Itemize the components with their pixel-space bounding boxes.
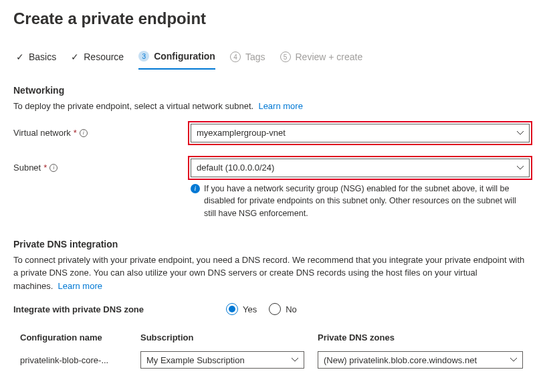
chevron-down-icon [292, 358, 298, 362]
dns-zone-select[interactable]: (New) privatelink.blob.core.windows.net [318, 351, 523, 369]
radio-unselected-icon [269, 303, 281, 315]
tab-configuration[interactable]: 3 Configuration [138, 47, 215, 70]
tab-label: Tags [245, 52, 265, 62]
tab-label: Review + create [296, 52, 363, 62]
vnet-label: Virtual network * i [13, 128, 191, 138]
col-dns-zones: Private DNS zones [311, 327, 530, 349]
check-icon: ✓ [71, 52, 79, 62]
chevron-down-icon [517, 131, 524, 135]
tab-label: Configuration [154, 51, 215, 62]
step-number: 5 [280, 52, 291, 62]
vnet-value: myexamplergroup-vnet [197, 128, 286, 138]
col-config-name: Configuration name [13, 327, 134, 349]
wizard-tabs: ✓ Basics ✓ Resource 3 Configuration 4 Ta… [13, 47, 530, 70]
nsg-note: i If you have a network security group (… [191, 183, 530, 220]
col-subscription: Subscription [134, 327, 311, 349]
subscription-select[interactable]: My Example Subscription [140, 351, 304, 369]
svg-text:i: i [195, 185, 197, 192]
info-filled-icon: i [191, 184, 200, 193]
learn-more-link[interactable]: Learn more [258, 101, 302, 111]
radio-no[interactable]: No [269, 303, 297, 315]
check-icon: ✓ [16, 52, 24, 62]
table-row: privatelink-blob-core-... My Example Sub… [13, 349, 530, 372]
radio-selected-icon [226, 303, 238, 315]
dns-desc: To connect privately with your private e… [13, 254, 530, 293]
chevron-down-icon [510, 358, 517, 362]
networking-heading: Networking [13, 85, 530, 96]
step-number: 4 [230, 52, 241, 62]
tab-tags[interactable]: 4 Tags [230, 47, 265, 69]
tab-basics[interactable]: ✓ Basics [16, 47, 56, 69]
dns-table: Configuration name Subscription Private … [13, 327, 530, 371]
required-indicator: * [43, 163, 47, 173]
step-number: 3 [138, 51, 149, 62]
radio-yes[interactable]: Yes [226, 303, 257, 315]
integrate-label: Integrate with private DNS zone [13, 304, 226, 314]
subnet-label: Subnet * i [13, 163, 191, 173]
required-indicator: * [74, 128, 77, 138]
networking-desc: To deploy the private endpoint, select a… [13, 100, 530, 113]
tab-label: Resource [84, 52, 124, 62]
dns-heading: Private DNS integration [13, 239, 530, 250]
tab-review-create[interactable]: 5 Review + create [280, 47, 363, 69]
subnet-value: default (10.0.0.0/24) [197, 163, 274, 173]
info-icon[interactable]: i [49, 164, 58, 172]
config-name-cell: privatelink-blob-core-... [13, 349, 134, 372]
vnet-select[interactable]: myexamplergroup-vnet [191, 124, 530, 142]
tab-resource[interactable]: ✓ Resource [71, 47, 124, 69]
chevron-down-icon [517, 166, 524, 170]
page-title: Create a private endpoint [13, 9, 530, 28]
subnet-select[interactable]: default (10.0.0.0/24) [191, 159, 530, 177]
learn-more-link[interactable]: Learn more [58, 281, 102, 291]
info-icon[interactable]: i [80, 129, 88, 137]
tab-label: Basics [29, 52, 56, 62]
